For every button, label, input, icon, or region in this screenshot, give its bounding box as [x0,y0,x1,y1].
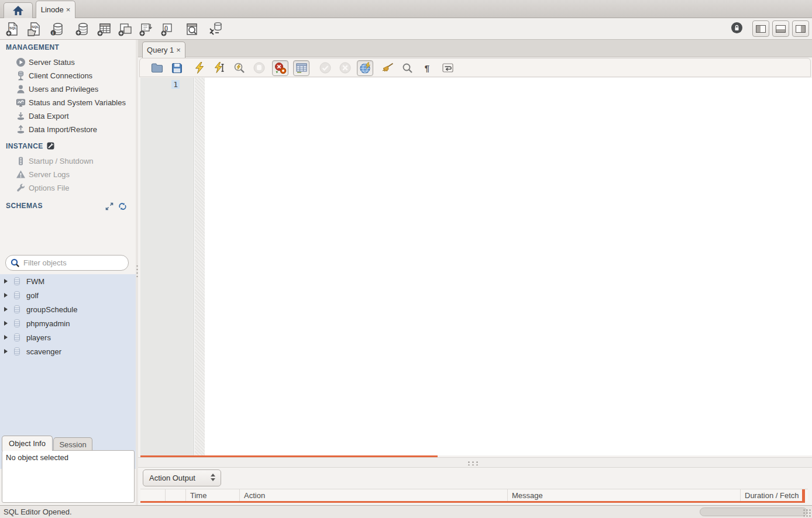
tab-object-info[interactable]: Object Info [2,436,53,451]
chevron-right-icon[interactable] [4,307,8,312]
create-table-button[interactable] [96,21,112,37]
schema-item-scavenger[interactable]: scavenger [0,344,136,358]
execute-button[interactable] [192,61,207,75]
output-splitter-grip[interactable] [467,461,480,465]
line-number-gutter: 1 [140,78,194,455]
expand-panel-icon[interactable] [105,202,113,212]
schema-item-golf[interactable]: golf [0,288,136,302]
sidebar-item-users-privileges[interactable]: Users and Privileges [0,82,136,96]
column-action-header[interactable]: Action [240,489,508,501]
create-schema-button[interactable] [74,21,90,37]
schema-item-groupschedule[interactable]: groupSchedule [0,302,136,316]
sidebar-item-server-status[interactable]: Server Status [0,56,136,69]
open-sql-script-button[interactable]: SQL [26,21,42,37]
toggle-word-wrap-button[interactable] [441,61,455,75]
home-tab[interactable] [4,2,33,18]
security-lock-icon [730,21,744,34]
create-procedure-button[interactable] [138,21,154,37]
tab-session[interactable]: Session [53,437,92,451]
chevron-right-icon[interactable] [4,293,8,298]
pilcrow-icon: ¶ [425,63,429,73]
horizontal-scrollbar-thumb[interactable] [700,507,807,516]
refresh-schemas-icon[interactable] [118,202,127,212]
sidebar-item-server-logs[interactable]: Server Logs [0,168,136,181]
column-index-header[interactable] [166,489,186,501]
stop-query-button[interactable] [252,61,266,75]
toggle-right-sidebar-button[interactable] [792,20,809,37]
schema-filter-input[interactable] [23,258,117,267]
toggle-stop-on-error-button[interactable] [272,60,288,76]
object-info-message: No object selected [6,453,68,462]
schema-item-players[interactable]: players [0,330,136,344]
database-icon [12,319,22,328]
column-time-header[interactable]: Time [186,489,240,501]
reconnect-dbms-button[interactable] [207,21,223,37]
open-script-button[interactable] [150,61,164,75]
chevron-right-icon[interactable] [4,335,8,340]
chevron-right-icon[interactable] [4,279,8,284]
system-variables-icon [15,98,26,108]
line-number: 1 [171,80,180,89]
column-status-icon-header[interactable] [140,489,166,501]
find-button[interactable] [400,61,414,75]
window-resize-grip[interactable] [803,509,811,517]
create-function-button[interactable]: () [160,21,176,37]
tab-query-1[interactable]: Query 1 [142,42,185,58]
column-resize-indicator[interactable] [802,489,805,503]
startup-shutdown-icon [15,156,26,167]
database-icon [12,347,22,356]
server-status-icon [15,57,26,68]
commit-button[interactable] [318,61,332,75]
save-script-button[interactable] [170,61,184,75]
editor-toolbar: ¶ [139,58,811,77]
chevron-right-icon[interactable] [4,349,8,354]
toggle-autocommit-button[interactable] [357,60,373,76]
toggle-left-sidebar-button[interactable] [752,20,769,37]
inspect-database-button[interactable]: i [49,21,65,37]
sidebar: MANAGEMENT Server Status Client Connecti… [0,40,136,505]
sidebar-item-options-file[interactable]: Options File [0,181,136,195]
options-file-icon [15,183,26,194]
explain-button[interactable] [232,61,246,75]
beautify-sql-button[interactable] [380,61,394,75]
new-sql-tab-button[interactable]: SQL [5,21,20,37]
column-message-header[interactable]: Message [508,489,741,501]
main-toolbar: SQL SQL i () [0,18,812,40]
rollback-button[interactable] [338,61,352,75]
sql-code-editor[interactable]: 1 [140,78,812,455]
schema-item-phpmyadmin[interactable]: phpmyadmin [0,316,136,330]
search-icon [11,258,20,268]
search-table-data-button[interactable] [184,21,199,37]
schemas-section-title: SCHEMAS [6,202,43,210]
sidebar-item-startup-shutdown[interactable]: Startup / Shutdown [0,154,136,168]
object-info-panel: No object selected [2,450,135,503]
toggle-output-area-button[interactable] [772,20,789,37]
database-icon [12,333,22,342]
connection-tab-strip: Linode [0,0,812,18]
output-view-selector[interactable]: Action Output [143,469,221,486]
sidebar-item-client-connections[interactable]: Client Connections [0,69,136,82]
sidebar-item-system-variables[interactable]: Status and System Variables [0,96,136,109]
output-table-header: Time Action Message Duration / Fetch [140,489,808,501]
sidebar-item-data-import[interactable]: Data Import/Restore [0,123,136,136]
schema-item-fwm[interactable]: FWM [0,274,136,288]
sidebar-item-data-export[interactable]: Data Export [0,109,136,123]
users-icon [15,84,26,95]
close-icon[interactable] [176,46,181,54]
database-icon [12,277,22,286]
svg-text:SQL: SQL [9,26,17,30]
data-import-icon [15,125,26,135]
right-panel-icon [796,25,806,33]
execute-current-statement-button[interactable] [212,61,226,75]
schema-filter-box [5,255,129,271]
close-icon[interactable] [66,6,71,13]
connection-tab-label: Linode [41,5,64,14]
connection-tab-linode[interactable]: Linode [36,1,75,18]
output-view-value: Action Output [149,474,195,482]
column-duration-header[interactable]: Duration / Fetch [741,489,802,501]
create-view-button[interactable] [117,21,133,37]
toggle-invisible-characters-button[interactable]: ¶ [420,61,434,75]
chevron-right-icon[interactable] [4,321,8,326]
limit-rows-button[interactable] [293,60,309,76]
svg-text:i: i [52,31,53,35]
